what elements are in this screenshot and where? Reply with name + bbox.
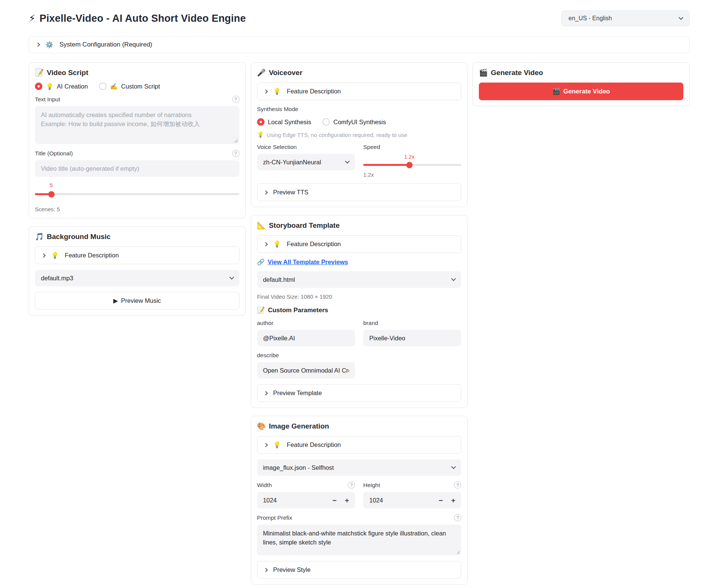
feature-description-label: Feature Description [287, 88, 341, 95]
generate-video-button-label: Generate Video [563, 88, 610, 95]
custom-parameters-title-text: Custom Parameters [268, 307, 328, 314]
increment-button[interactable]: + [345, 497, 349, 504]
preview-template-accordion[interactable]: Preview Template [257, 384, 462, 402]
bulb-icon: 💡 [273, 441, 281, 448]
height-input[interactable]: 1024 − + [363, 492, 461, 508]
slider-handle[interactable] [406, 162, 412, 168]
view-all-template-previews-link[interactable]: View All Template Previews [268, 259, 348, 266]
radio-custom-script[interactable]: ✍️ Custom Script [99, 83, 160, 90]
header: ⚡ Pixelle-Video - AI Auto Short Video En… [29, 0, 690, 26]
chevron-right-icon [41, 253, 45, 257]
help-icon: ? [348, 481, 355, 489]
slider-track[interactable] [35, 193, 239, 195]
chevron-right-icon [36, 42, 40, 47]
generate-video-title: 🎬 Generate Video [479, 68, 683, 77]
radio-ai-creation[interactable]: 💡 AI Creation [35, 83, 88, 90]
voiceover-title-text: Voiceover [269, 69, 302, 77]
video-script-title: 📝 Video Script [35, 68, 239, 77]
radio-selected-icon [257, 118, 265, 126]
preview-music-button[interactable]: ▶ Preview Music [35, 292, 239, 310]
scenes-slider[interactable]: 5 [35, 182, 239, 198]
slider-track[interactable] [363, 164, 461, 166]
preview-tts-accordion[interactable]: Preview TTS [257, 183, 462, 201]
script-mode-radio-group: 💡 AI Creation ✍️ Custom Script [35, 83, 239, 90]
background-music-title-text: Background Music [47, 233, 111, 241]
bulb-icon: 💡 [273, 241, 281, 248]
author-label: author [257, 320, 355, 326]
lightning-icon: ⚡ [29, 12, 36, 24]
generate-video-card: 🎬 Generate Video 🎬 Generate Video [472, 62, 690, 106]
storyboard-feature-description-accordion[interactable]: 💡 Feature Description [257, 235, 462, 253]
decrement-button[interactable]: − [332, 497, 337, 504]
help-icon: ? [454, 481, 461, 489]
play-icon: ▶ [113, 297, 118, 304]
chevron-right-icon [263, 89, 268, 93]
chevron-down-icon [345, 159, 350, 164]
feature-description-label: Feature Description [287, 241, 341, 248]
author-input[interactable] [257, 330, 355, 346]
video-script-card: 📝 Video Script 💡 AI Creation ✍️ Custom [29, 62, 246, 218]
radio-ai-creation-label: AI Creation [57, 83, 88, 90]
tts-info-label: Using Edge TTS, no configuration require… [266, 132, 407, 138]
width-value: 1024 [263, 497, 324, 504]
video-script-title-text: Video Script [47, 69, 89, 77]
preview-style-accordion[interactable]: Preview Style [257, 561, 462, 579]
gear-icon: ⚙️ [45, 41, 53, 49]
radio-comfyui-synthesis[interactable]: ComfyUI Synthesis [322, 118, 386, 126]
chevron-right-icon [263, 391, 268, 395]
script-text-input[interactable] [35, 106, 239, 144]
voice-selection-dropdown[interactable]: zh-CN-YunjianNeural [257, 154, 355, 170]
help-icon: ? [454, 514, 461, 521]
link-icon: 🔗 [257, 259, 265, 266]
tts-info-text: 💡 Using Edge TTS, no configuration requi… [257, 131, 462, 138]
background-music-card: 🎵 Background Music 💡 Feature Description… [29, 226, 246, 316]
voiceover-feature-description-accordion[interactable]: 💡 Feature Description [257, 83, 462, 100]
music-feature-description-accordion[interactable]: 💡 Feature Description [35, 247, 239, 264]
workflow-value: image_flux.json - Selfhost [263, 464, 334, 471]
synthesis-mode-radio-group: Local Synthesis ComfyUI Synthesis [257, 118, 462, 126]
generate-video-title-text: Generate Video [491, 69, 543, 77]
chevron-right-icon [263, 568, 268, 572]
music-file-dropdown[interactable]: default.mp3 [35, 270, 239, 286]
help-icon: ? [232, 150, 239, 157]
storyboard-title-text: Storyboard Template [269, 221, 340, 230]
image-generation-title: 🎨 Image Generation [257, 422, 462, 430]
video-title-input[interactable] [35, 160, 239, 177]
radio-comfyui-synthesis-label: ComfyUI Synthesis [333, 119, 386, 126]
radio-unselected-icon [99, 83, 107, 90]
radio-local-synthesis-label: Local Synthesis [268, 119, 311, 126]
decrement-button[interactable]: − [439, 497, 443, 504]
speed-slider[interactable]: 1.2x [363, 154, 461, 168]
generate-video-button[interactable]: 🎬 Generate Video [479, 83, 683, 100]
music-file-value: default.mp3 [41, 275, 73, 282]
image-generation-card: 🎨 Image Generation 💡 Feature Description… [251, 416, 468, 585]
prompt-prefix-textarea[interactable]: Minimalist black-and-white matchstick fi… [257, 525, 462, 555]
describe-input[interactable] [257, 362, 355, 379]
system-configuration-label: System Configuration (Required) [59, 41, 152, 48]
language-select[interactable]: en_US - English [561, 11, 690, 26]
chevron-right-icon [263, 242, 268, 246]
preview-tts-label: Preview TTS [273, 189, 308, 196]
slider-handle[interactable] [48, 191, 54, 197]
help-icon: ? [232, 96, 239, 103]
voice-selection-label: Voice Selection [257, 144, 355, 150]
feature-description-label: Feature Description [65, 252, 119, 259]
brand-label: brand [363, 320, 461, 326]
increment-button[interactable]: + [451, 497, 455, 504]
radio-local-synthesis[interactable]: Local Synthesis [257, 118, 311, 126]
template-dropdown[interactable]: default.html [257, 271, 462, 288]
slider-fill [363, 164, 409, 166]
bulb-icon: 💡 [273, 88, 281, 95]
custom-parameters-title: 📝 Custom Parameters [257, 306, 462, 314]
radio-selected-icon [35, 83, 42, 90]
width-input[interactable]: 1024 − + [257, 492, 355, 508]
chevron-down-icon [451, 276, 456, 281]
workflow-dropdown[interactable]: image_flux.json - Selfhost [257, 459, 462, 476]
preview-template-label: Preview Template [273, 389, 322, 397]
system-configuration-accordion[interactable]: ⚙️ System Configuration (Required) [29, 36, 690, 53]
brand-input[interactable] [363, 330, 461, 346]
chevron-right-icon [263, 443, 268, 447]
image-feature-description-accordion[interactable]: 💡 Feature Description [257, 436, 462, 454]
describe-label: describe [257, 352, 355, 359]
chevron-down-icon [229, 275, 234, 280]
